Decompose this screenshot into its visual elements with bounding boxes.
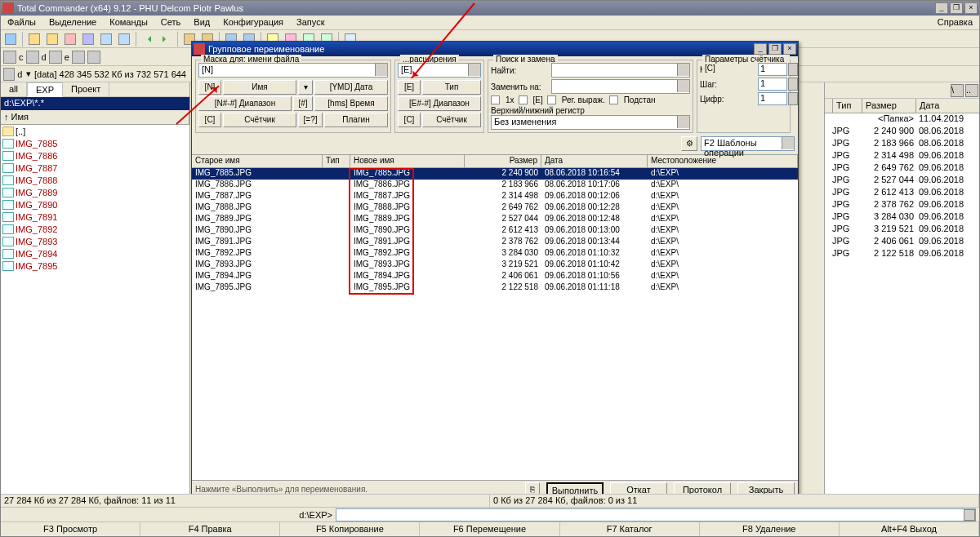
fkey-button[interactable]: F5 Копирование bbox=[280, 522, 420, 536]
templates-dropdown-icon[interactable] bbox=[782, 137, 794, 149]
tool-equal[interactable] bbox=[116, 31, 132, 47]
close-button[interactable]: × bbox=[964, 2, 978, 14]
drive-e-label[interactable]: e bbox=[65, 52, 69, 62]
file-row[interactable]: JPG2 406 06109.06.2018 bbox=[825, 236, 979, 248]
drive-d-icon[interactable] bbox=[26, 51, 39, 64]
drive-c-label[interactable]: c bbox=[19, 52, 24, 62]
current-drive-icon[interactable] bbox=[3, 68, 15, 81]
cmd-dropdown-icon[interactable] bbox=[964, 509, 975, 521]
dialog-close-button[interactable]: × bbox=[783, 43, 796, 55]
replace-dropdown-icon[interactable] bbox=[677, 80, 689, 92]
file-row[interactable]: JPG2 612 41309.06.2018 bbox=[825, 187, 979, 199]
file-row[interactable]: JPG3 219 52109.06.2018 bbox=[825, 224, 979, 236]
tool-brief[interactable] bbox=[26, 31, 42, 47]
btn-ext-range[interactable]: [E#-#] Диапазон bbox=[398, 96, 481, 111]
rename-row[interactable]: IMG_7891.JPGIMG_7891.JPG2 378 76209.06.2… bbox=[192, 237, 798, 248]
fkey-button[interactable]: F4 Правка bbox=[140, 522, 280, 536]
menu-item[interactable]: Команды bbox=[103, 16, 154, 29]
menu-item[interactable]: Выделение bbox=[42, 16, 103, 29]
replace-input[interactable] bbox=[551, 79, 690, 94]
file-row[interactable]: JPG2 122 51809.06.2018 bbox=[825, 248, 979, 260]
tool-swap[interactable] bbox=[98, 31, 114, 47]
rename-row[interactable]: IMG_7886.JPGIMG_7886.JPG2 183 96608.06.2… bbox=[192, 180, 798, 191]
rename-row[interactable]: IMG_7892.JPGIMG_7892.JPG3 284 03009.06.2… bbox=[192, 248, 798, 260]
file-row[interactable]: IMG_7895 bbox=[1, 260, 189, 272]
file-row[interactable]: IMG_7887 bbox=[1, 162, 189, 174]
step-spin[interactable] bbox=[788, 78, 798, 91]
drive-net-icon[interactable] bbox=[72, 51, 85, 64]
drive-dropdown[interactable]: ▾ bbox=[24, 69, 32, 79]
file-row[interactable]: JPG2 240 90008.06.2018 bbox=[825, 126, 979, 138]
rename-row[interactable]: IMG_7889.JPGIMG_7889.JPG2 527 04409.06.2… bbox=[192, 214, 798, 225]
menu-item[interactable]: Сеть bbox=[154, 16, 187, 29]
file-row[interactable]: IMG_7888 bbox=[1, 174, 189, 186]
col-type-header[interactable]: Тип bbox=[832, 99, 862, 113]
rename-row[interactable]: IMG_7893.JPGIMG_7893.JPG3 219 52109.06.2… bbox=[192, 260, 798, 271]
btn-eq[interactable]: [=?] bbox=[298, 113, 323, 127]
mask-input[interactable]: [N] bbox=[198, 63, 388, 78]
file-row[interactable]: JPG2 649 76209.06.2018 bbox=[825, 162, 979, 175]
file-row[interactable]: IMG_7892 bbox=[1, 223, 189, 235]
menu-item[interactable]: Файлы bbox=[1, 16, 42, 29]
file-row[interactable]: [..] bbox=[1, 125, 189, 137]
minimize-button[interactable]: _ bbox=[935, 2, 948, 14]
file-row[interactable]: <Папка>11.04.2019 bbox=[825, 113, 979, 126]
file-row[interactable]: JPG2 378 76209.06.2018 bbox=[825, 199, 979, 211]
file-row[interactable]: IMG_7891 bbox=[1, 211, 189, 223]
file-row[interactable]: JPG2 183 96608.06.2018 bbox=[825, 138, 979, 150]
drive-other-icon[interactable] bbox=[87, 51, 100, 64]
dh-old[interactable]: Старое имя bbox=[192, 155, 323, 167]
rename-row[interactable]: IMG_7894.JPGIMG_7894.JPG2 406 06109.06.2… bbox=[192, 271, 798, 282]
rename-row[interactable]: IMG_7890.JPGIMG_7890.JPG2 612 41309.06.2… bbox=[192, 225, 798, 237]
file-row[interactable]: IMG_7894 bbox=[1, 247, 189, 260]
drive-e-icon[interactable] bbox=[49, 51, 62, 64]
file-row[interactable]: IMG_7893 bbox=[1, 235, 189, 247]
btn-counter[interactable]: Счётчик bbox=[223, 113, 296, 127]
btn-dropdown[interactable]: ▾ bbox=[298, 80, 313, 95]
btn-hash[interactable]: [#] bbox=[293, 96, 313, 111]
file-row[interactable]: JPG3 284 03009.06.2018 bbox=[825, 211, 979, 224]
chk-subst[interactable] bbox=[609, 95, 618, 104]
nav-forward-button[interactable] bbox=[158, 31, 174, 47]
step-input[interactable]: 1 bbox=[758, 78, 787, 91]
ext-input[interactable]: [E] bbox=[398, 63, 481, 78]
btn-hms[interactable]: [hms] Время bbox=[314, 96, 388, 111]
btn-name[interactable]: Имя bbox=[223, 80, 296, 95]
rename-row[interactable]: IMG_7887.JPGIMG_7887.JPG2 314 49809.06.2… bbox=[192, 191, 798, 202]
btn-ext-counter[interactable]: Счётчик bbox=[422, 113, 481, 127]
right-file-list[interactable]: <Папка>11.04.2019JPG2 240 90008.06.2018J… bbox=[825, 113, 979, 537]
menu-item[interactable]: Вид bbox=[187, 16, 216, 29]
dialog-file-list[interactable]: IMG_7885.JPGIMG_7885.JPG2 240 90008.06.2… bbox=[192, 168, 798, 480]
file-row[interactable]: IMG_7889 bbox=[1, 186, 189, 198]
mask-dropdown-icon[interactable] bbox=[375, 64, 387, 76]
btn-range[interactable]: [N#-#] Диапазон bbox=[198, 96, 292, 111]
menu-item[interactable]: Запуск bbox=[290, 16, 331, 29]
file-row[interactable]: IMG_7886 bbox=[1, 149, 189, 162]
tool-tree[interactable] bbox=[62, 31, 78, 47]
start-spin[interactable] bbox=[788, 63, 798, 76]
fkey-button[interactable]: F8 Удаление bbox=[700, 522, 840, 536]
digits-spin[interactable] bbox=[788, 92, 798, 105]
templates-select[interactable]: F2 Шаблоны операции bbox=[701, 136, 795, 151]
settings-button[interactable]: ⚙ bbox=[681, 136, 697, 151]
cmd-input[interactable] bbox=[336, 508, 976, 521]
left-file-list[interactable]: [..]IMG_7885IMG_7886IMG_7887IMG_7888IMG_… bbox=[1, 125, 189, 537]
fkey-button[interactable]: F3 Просмотр bbox=[1, 522, 140, 536]
case-select[interactable]: Без изменения bbox=[491, 115, 690, 130]
tab[interactable]: all bbox=[1, 82, 27, 96]
right-root-button[interactable]: \ bbox=[951, 84, 964, 97]
current-drive-letter[interactable]: d bbox=[17, 69, 22, 79]
rename-row[interactable]: IMG_7885.JPGIMG_7885.JPG2 240 90008.06.2… bbox=[192, 168, 798, 180]
chk-e[interactable] bbox=[519, 95, 528, 104]
nav-back-button[interactable] bbox=[140, 31, 156, 47]
tool-refresh[interactable] bbox=[2, 31, 19, 47]
ext-dropdown-icon[interactable] bbox=[468, 64, 480, 76]
chk-regex[interactable] bbox=[547, 95, 556, 104]
find-input[interactable] bbox=[551, 63, 690, 78]
chk-1x[interactable] bbox=[491, 95, 500, 104]
dialog-minimize-button[interactable]: _ bbox=[754, 43, 767, 55]
btn-n[interactable]: [N] bbox=[198, 80, 221, 95]
find-dropdown-icon[interactable] bbox=[677, 64, 689, 76]
tool-full[interactable] bbox=[44, 31, 60, 47]
rename-row[interactable]: IMG_7895.JPGIMG_7895.JPG2 122 51809.06.2… bbox=[192, 282, 798, 294]
